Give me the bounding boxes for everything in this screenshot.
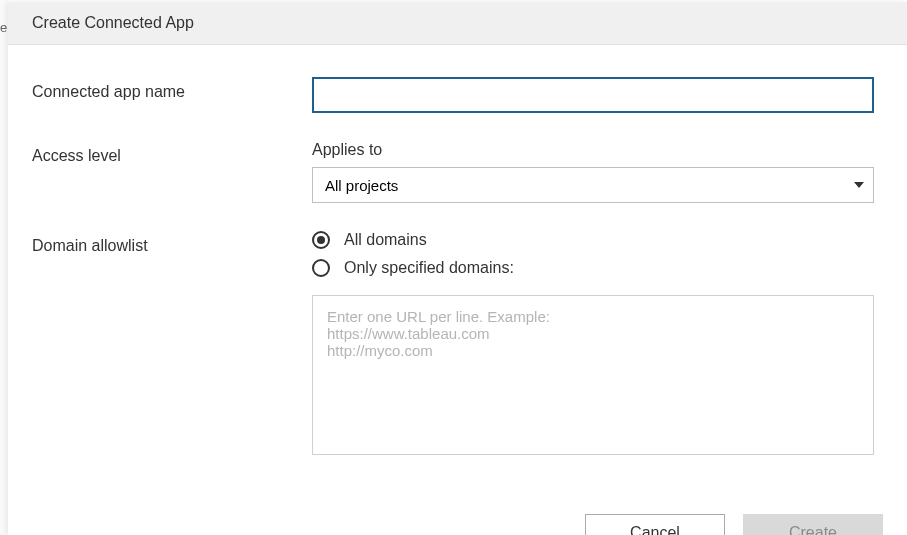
field-domain-allowlist: All domains Only specified domains: xyxy=(312,231,874,458)
radio-only-specified-domains[interactable]: Only specified domains: xyxy=(312,259,874,277)
label-domain-allowlist: Domain allowlist xyxy=(32,231,312,255)
field-access-level: Applies to All projects xyxy=(312,141,874,203)
row-app-name: Connected app name xyxy=(32,77,883,113)
create-connected-app-dialog: Create Connected App Connected app name … xyxy=(8,2,907,535)
row-domain-allowlist: Domain allowlist All domains Only specif… xyxy=(32,231,883,458)
cancel-button[interactable]: Cancel xyxy=(585,514,725,535)
dialog-footer: Cancel Create xyxy=(8,514,907,535)
dialog-body: Connected app name Access level Applies … xyxy=(8,45,907,502)
domain-allowlist-textarea[interactable] xyxy=(312,295,874,455)
background-fragment: e xyxy=(0,0,8,535)
row-access-level: Access level Applies to All projects xyxy=(32,141,883,203)
applies-to-select[interactable]: All projects xyxy=(312,167,874,203)
radio-label-only-domains: Only specified domains: xyxy=(344,259,514,277)
create-button[interactable]: Create xyxy=(743,514,883,535)
label-app-name: Connected app name xyxy=(32,77,312,101)
radio-all-domains[interactable]: All domains xyxy=(312,231,874,249)
dialog-title: Create Connected App xyxy=(8,2,907,45)
connected-app-name-input[interactable] xyxy=(312,77,874,113)
applies-to-select-wrap: All projects xyxy=(312,167,874,203)
radio-dot-icon xyxy=(317,236,325,244)
field-app-name xyxy=(312,77,874,113)
radio-icon xyxy=(312,231,330,249)
background-fragment-text: e xyxy=(0,20,7,35)
radio-icon xyxy=(312,259,330,277)
label-applies-to: Applies to xyxy=(312,141,874,159)
label-access-level: Access level xyxy=(32,141,312,165)
radio-label-all-domains: All domains xyxy=(344,231,427,249)
